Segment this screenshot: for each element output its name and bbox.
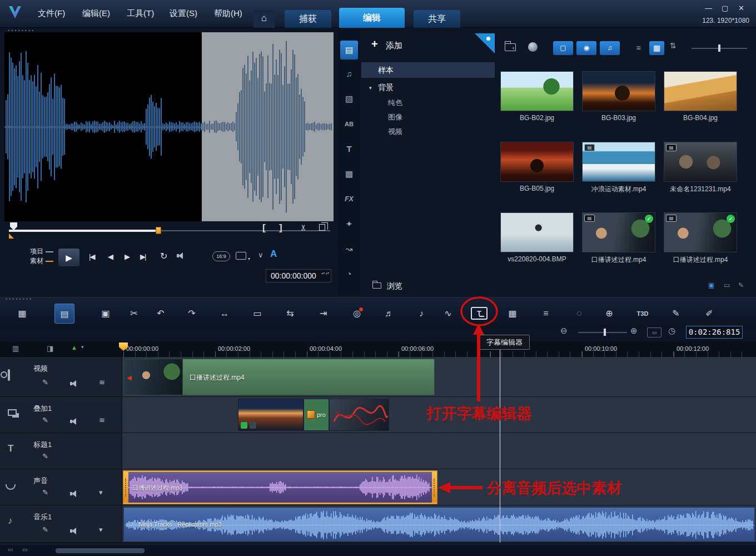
enlarge-preview-button[interactable]: A <box>270 249 277 260</box>
thumbnail[interactable]: ▤ <box>582 142 655 182</box>
tree-item-background[interactable]: ▾ 背景 <box>361 81 495 95</box>
pin-corner[interactable] <box>475 33 495 53</box>
timeline-ruler[interactable]: ▥ ◨ ▲ ▾ 00:00:00:00 00:00:02:00 00:00:04… <box>0 341 756 357</box>
track-filter-icon[interactable]: ◨ <box>47 344 53 353</box>
maximize-button[interactable]: ▢ <box>722 4 728 12</box>
mask-creator-button[interactable]: ◌ <box>569 304 589 324</box>
thumbnail[interactable]: ▤ ✓ <box>582 212 655 252</box>
track-view-icon[interactable]: ▥ <box>12 344 19 353</box>
speaker-icon[interactable] <box>70 380 78 387</box>
library-item[interactable]: BG-B04.jpg <box>664 71 737 122</box>
loop-button[interactable]: ↻ <box>160 251 167 261</box>
snapshot-button[interactable] <box>319 224 325 231</box>
thumbnail[interactable]: ▤ ✓ <box>664 212 737 252</box>
3d-title-editor-button[interactable]: T3D <box>633 304 653 324</box>
pencil-icon[interactable]: ✎ <box>42 416 48 424</box>
mark-out-button[interactable]: ] <box>279 222 282 234</box>
filter-audio-button[interactable]: ♫ <box>600 41 620 55</box>
pencil-icon[interactable]: ✎ <box>42 378 48 386</box>
voice-clip-selected[interactable]: 口播讲述过程.mp3 <box>123 471 437 504</box>
mode-clip-label[interactable]: 素材 <box>30 257 43 265</box>
tree-item-video[interactable]: 视频 <box>388 127 402 137</box>
add-icon[interactable]: + <box>371 38 378 51</box>
library-layout-icon[interactable]: ▭ <box>724 281 730 289</box>
display-options-icon[interactable] <box>236 252 246 260</box>
effects-editor-button[interactable]: ✐ <box>699 304 719 324</box>
trim-markers-button[interactable]: ↔ <box>215 304 235 324</box>
motion-tracking-button[interactable]: ⊕ <box>599 304 619 324</box>
next-frame-button[interactable]: ▶ <box>125 252 129 261</box>
thumbnail[interactable] <box>500 71 574 111</box>
layout-icon-1[interactable]: ▭ <box>8 547 13 553</box>
overlay-clip-1[interactable] <box>238 399 304 431</box>
library-item[interactable]: vs220820-004.BMP <box>500 212 574 263</box>
library-edit-icon[interactable]: ✎ <box>738 281 744 289</box>
library-item[interactable]: ▤ ✓ 口播讲述过程.mp4 <box>664 212 737 265</box>
fit-project-button[interactable]: ▭ <box>647 327 662 337</box>
menu-tools[interactable]: 工具(T) <box>127 8 154 19</box>
grid-view-button[interactable]: ▦ <box>649 41 664 55</box>
media-library-icon[interactable]: ▤ <box>340 41 358 59</box>
tab-edit[interactable]: 编辑 <box>339 8 405 28</box>
mode-project-label[interactable]: 项目 <box>30 247 43 255</box>
instant-project-icon[interactable]: ▧ <box>340 90 358 108</box>
region-render-button[interactable]: ▭ <box>247 304 267 324</box>
track-header-overlay[interactable]: 叠加1 ✎ ≋ <box>0 397 122 433</box>
transitions-icon[interactable]: AB <box>340 115 358 133</box>
prev-frame-button[interactable]: ◀ <box>108 252 112 261</box>
browse-button[interactable]: 浏览 <box>361 279 495 295</box>
tab-capture[interactable]: 捕获 <box>285 10 331 28</box>
speaker-icon[interactable] <box>70 490 78 497</box>
timeline-view-button[interactable]: ▤ <box>54 304 74 324</box>
effects-icon[interactable]: ✦ <box>340 215 358 234</box>
filters-icon[interactable]: FX <box>340 190 358 209</box>
redo-button[interactable]: ↷ <box>182 304 202 324</box>
timecode-stepper-icons[interactable]: ▴▾ ▴▾ <box>321 271 329 276</box>
menu-settings[interactable]: 设置(S) <box>170 8 197 19</box>
video-clip[interactable]: ◀ 口播讲述过程.mp4 <box>123 359 435 395</box>
pencil-icon[interactable]: ✎ <box>42 452 48 460</box>
split-screen-template-button[interactable]: ▦ <box>503 304 523 324</box>
speed-icon[interactable]: ◔ <box>340 265 358 284</box>
pencil-icon[interactable]: ✎ <box>42 488 48 497</box>
thumbnail[interactable] <box>500 142 574 182</box>
chevron-down-icon[interactable]: ▾ <box>99 525 103 534</box>
trim-handle-left[interactable] <box>123 472 128 503</box>
close-button[interactable]: ✕ <box>738 4 744 12</box>
library-item[interactable]: ▤ 冲浪运动素材.mp4 <box>582 142 655 194</box>
playhead[interactable] <box>500 341 500 543</box>
thumbnail-size-slider-handle[interactable] <box>718 44 720 52</box>
thumbnail[interactable] <box>582 71 655 111</box>
volume-icon[interactable] <box>177 252 185 259</box>
motion-path-icon[interactable]: ↝ <box>340 240 358 259</box>
insert-gap-button[interactable]: ⇥ <box>314 304 334 324</box>
speaker-icon[interactable] <box>70 418 78 425</box>
library-sync-icon[interactable]: ▣ <box>708 281 714 289</box>
add-category-label[interactable]: 添加 <box>386 41 402 51</box>
scrub-position-marker[interactable] <box>10 222 17 230</box>
ripple-icon[interactable]: ≋ <box>99 378 105 386</box>
audio-ducking-button[interactable]: ∿ <box>438 304 458 324</box>
mark-in-button[interactable]: [ <box>262 222 266 234</box>
preview-timecode[interactable]: 00:00:00:000 ▴▾ ▴▾ <box>266 269 331 282</box>
titles-icon[interactable]: T <box>340 140 358 158</box>
graphics-icon[interactable]: ▩ <box>340 165 358 183</box>
toolbar-drag-handle[interactable]: •••••••• <box>6 296 33 302</box>
filter-photo-button[interactable]: ◉ <box>576 41 596 55</box>
auto-music-button[interactable]: ♪ <box>411 304 431 324</box>
thumbnail[interactable]: ▤ <box>664 142 737 182</box>
library-item[interactable]: BG-B03.jpg <box>582 71 655 122</box>
painting-creator-button[interactable]: ✎ <box>666 304 686 324</box>
library-item[interactable]: BG-B02.jpg <box>500 71 574 122</box>
play-button[interactable]: ▶ <box>58 248 80 267</box>
undo-button[interactable]: ↶ <box>151 304 171 324</box>
color-grading-button[interactable]: ◎ <box>347 304 367 324</box>
audio-icon[interactable]: ♫ <box>340 64 358 83</box>
overlay-clip-2[interactable] <box>329 399 389 431</box>
timeline-zoom-slider[interactable] <box>578 332 627 333</box>
trim-handle-right[interactable] <box>432 472 437 503</box>
zoom-out-icon[interactable]: ⊖ <box>560 326 568 336</box>
menu-help[interactable]: 帮助(H) <box>214 8 242 19</box>
aspect-ratio-badge[interactable]: 16:9 <box>212 251 230 261</box>
tab-share[interactable]: 共享 <box>414 10 460 28</box>
